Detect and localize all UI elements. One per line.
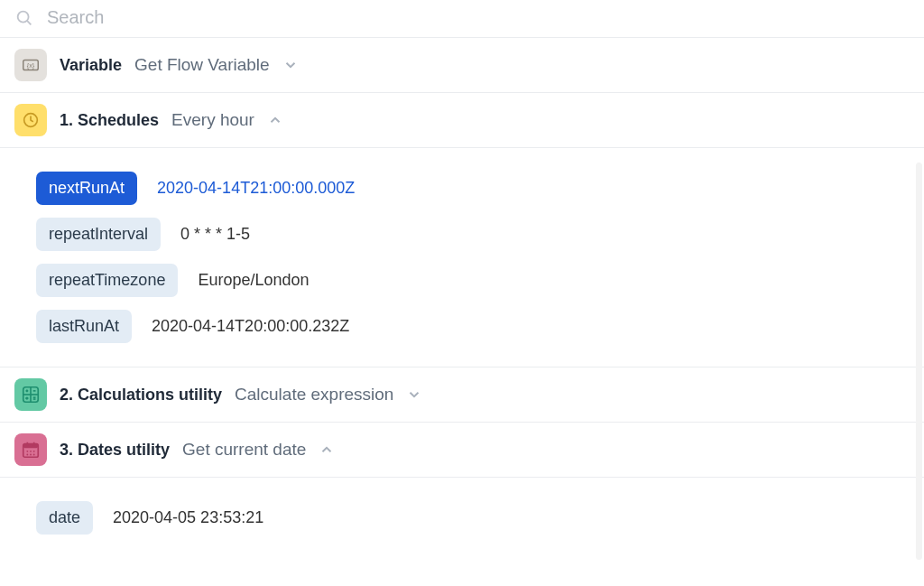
step-dates-subtitle: Get current date (182, 440, 306, 460)
value-text: 0 * * * 1-5 (180, 225, 250, 244)
scrollbar[interactable] (916, 163, 922, 558)
svg-point-25 (33, 454, 35, 456)
kv-row: lastRunAt2020-04-14T20:00:00.232Z (36, 310, 910, 343)
variable-icon: {x} (14, 49, 47, 81)
svg-point-21 (30, 451, 32, 452)
key-pill[interactable]: repeatTimezone (36, 264, 178, 297)
date-details: date2020-04-05 23:53:21 (0, 478, 924, 558)
kv-row: date2020-04-05 23:53:21 (36, 501, 910, 535)
search-icon (14, 8, 34, 28)
calculator-icon (14, 378, 47, 411)
key-pill[interactable]: repeatInterval (36, 218, 161, 251)
value-text: 2020-04-14T20:00:00.232Z (152, 317, 349, 336)
key-pill[interactable]: nextRunAt (36, 172, 137, 205)
svg-point-20 (26, 451, 28, 452)
svg-point-23 (26, 454, 28, 456)
svg-point-24 (30, 454, 32, 456)
step-calculations-subtitle: Calculate expression (235, 385, 393, 405)
step-schedules-title: 1. Schedules (60, 111, 159, 130)
key-pill[interactable]: date (36, 501, 93, 535)
kv-row: repeatTimezoneEurope/London (36, 264, 910, 297)
svg-rect-17 (23, 444, 39, 449)
chevron-up-icon (319, 442, 335, 458)
chevron-up-icon (267, 112, 283, 128)
step-calculations[interactable]: 2. Calculations utility Calculate expres… (0, 367, 924, 423)
step-dates[interactable]: 3. Dates utility Get current date (0, 423, 924, 478)
step-variable[interactable]: {x} Variable Get Flow Variable (0, 38, 924, 93)
clock-icon (14, 104, 47, 136)
search-bar (0, 0, 924, 38)
kv-row: repeatInterval0 * * * 1-5 (36, 218, 910, 251)
svg-point-22 (33, 451, 35, 452)
chevron-down-icon (406, 386, 422, 403)
kv-row: nextRunAt2020-04-14T21:00:00.000Z (36, 172, 910, 205)
value-text: 2020-04-05 23:53:21 (113, 508, 263, 527)
schedule-details: nextRunAt2020-04-14T21:00:00.000ZrepeatI… (0, 148, 924, 367)
search-input[interactable] (47, 7, 910, 28)
calendar-icon (14, 433, 47, 466)
step-variable-title: Variable (60, 56, 122, 75)
step-dates-title: 3. Dates utility (60, 441, 170, 460)
step-schedules[interactable]: 1. Schedules Every hour (0, 93, 924, 148)
svg-point-0 (18, 11, 29, 22)
svg-text:{x}: {x} (27, 61, 35, 70)
step-calculations-title: 2. Calculations utility (60, 386, 222, 405)
value-text: Europe/London (198, 271, 309, 290)
chevron-down-icon (282, 57, 299, 73)
key-pill[interactable]: lastRunAt (36, 310, 132, 343)
step-schedules-subtitle: Every hour (171, 110, 254, 130)
step-variable-subtitle: Get Flow Variable (134, 55, 270, 75)
svg-line-1 (27, 20, 31, 23)
value-text[interactable]: 2020-04-14T21:00:00.000Z (157, 179, 355, 198)
